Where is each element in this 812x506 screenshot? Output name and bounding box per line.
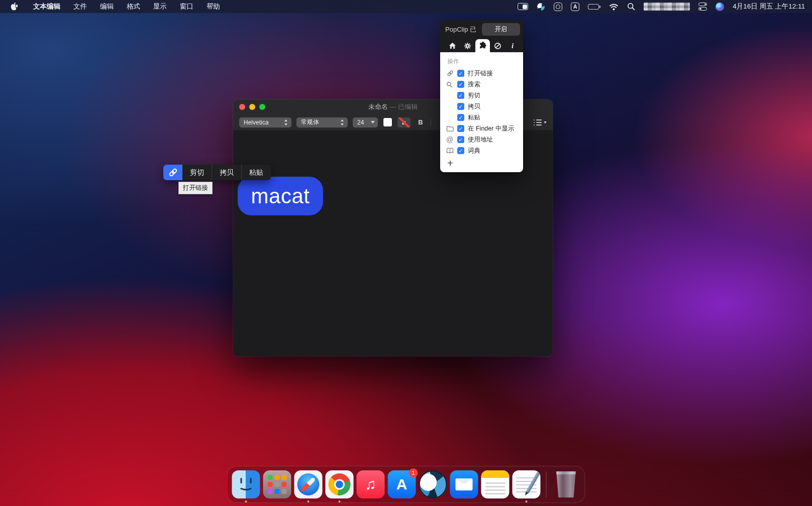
tab-about[interactable]: i — [505, 39, 520, 52]
extension-checkbox[interactable]: ✓ — [457, 136, 464, 143]
extension-row[interactable]: ✓拷贝 — [440, 101, 523, 112]
input-source-icon[interactable]: A — [571, 3, 579, 11]
font-style-select[interactable]: 常规体 — [296, 117, 348, 128]
list-style-button[interactable] — [534, 119, 547, 125]
tab-excluded-apps[interactable] — [490, 39, 505, 52]
toggles-icon[interactable] — [698, 3, 707, 11]
dock-mail[interactable] — [450, 470, 478, 498]
list-icon — [534, 119, 542, 125]
menu-item-2[interactable]: 格式 — [120, 2, 147, 11]
app-menu-title[interactable]: 文本编辑 — [27, 2, 67, 11]
dock-trash[interactable] — [552, 470, 580, 498]
apple-menu[interactable] — [0, 3, 27, 11]
safari-icon — [294, 470, 323, 498]
extension-row[interactable]: ✓打开链接 — [440, 68, 523, 79]
info-icon: i — [512, 42, 514, 50]
popover-tabs: i — [445, 39, 520, 52]
running-indicator — [308, 500, 310, 502]
extension-label: 打开链接 — [468, 69, 493, 78]
popclip-action-2[interactable]: 粘贴 — [241, 165, 271, 180]
popclip-action-1[interactable]: 拷贝 — [212, 165, 241, 180]
extension-checkbox[interactable]: ✓ — [457, 147, 464, 154]
desktop: 文本编辑 文件编辑格式显示窗口帮助 A — [0, 0, 812, 506]
finder-icon — [232, 470, 260, 498]
font-size-select[interactable]: 24 — [353, 117, 378, 128]
text-color-well[interactable] — [383, 117, 392, 127]
font-family-select[interactable]: Helvetica — [239, 117, 291, 128]
sync-ring — [556, 5, 560, 9]
menu-item-0[interactable]: 文件 — [67, 2, 93, 11]
battery-charging-icon[interactable] — [588, 4, 600, 10]
font-family-value: Helvetica — [244, 119, 281, 126]
dock-safari[interactable] — [294, 470, 323, 498]
add-extension-button[interactable]: + — [440, 156, 523, 168]
menu-item-1[interactable]: 编辑 — [93, 2, 120, 11]
tab-settings[interactable] — [460, 39, 475, 52]
extension-checkbox[interactable]: ✓ — [457, 70, 464, 77]
menu-item-4[interactable]: 窗口 — [173, 2, 200, 11]
section-title: 操作 — [440, 56, 523, 68]
menu-bar: 文本编辑 文件编辑格式显示窗口帮助 A — [0, 0, 812, 13]
wave-app-icon[interactable] — [537, 3, 545, 11]
menu-bar-status: A 4月16日 周五 上午12:11 — [518, 2, 812, 11]
extension-row[interactable]: @✓使用地址 — [440, 134, 523, 145]
toggle-bottom — [698, 7, 707, 11]
battery-nub — [599, 6, 600, 8]
dock-finder[interactable] — [232, 470, 260, 498]
search-icon[interactable] — [627, 3, 635, 11]
launchpad-icon — [263, 470, 291, 498]
background-color-button[interactable]: a — [397, 117, 411, 128]
dock-textedit[interactable] — [513, 470, 541, 498]
title-separator: — — [390, 103, 398, 110]
lightning-bolt-icon — [592, 4, 596, 10]
dock: ♫ A 1 — [227, 466, 585, 503]
dock-chrome[interactable] — [326, 470, 354, 498]
wifi-icon[interactable] — [609, 3, 619, 11]
textedit-icon — [513, 470, 541, 498]
running-indicator — [245, 500, 247, 502]
link-icon — [168, 168, 178, 177]
extension-label: 词典 — [468, 147, 480, 155]
extension-checkbox[interactable]: ✓ — [457, 81, 464, 88]
extension-row[interactable]: ✓搜索 — [440, 79, 523, 90]
extension-checkbox[interactable]: ✓ — [457, 125, 464, 132]
wave-app-dock-icon — [419, 470, 447, 498]
menu-bar-left: 文本编辑 文件编辑格式显示窗口帮助 — [0, 2, 227, 11]
sync-app-icon[interactable] — [554, 3, 562, 11]
extension-row[interactable]: ✓粘贴 — [440, 112, 523, 123]
bold-button[interactable]: B — [416, 118, 426, 126]
tab-extensions[interactable] — [475, 39, 490, 52]
user-name-redacted[interactable] — [644, 3, 690, 11]
dock-wave-app[interactable] — [419, 470, 447, 498]
book-icon — [446, 148, 457, 154]
notification-badge: 1 — [409, 468, 418, 477]
selected-text[interactable]: macat — [238, 177, 323, 215]
menu-item-5[interactable]: 帮助 — [200, 2, 227, 11]
menu-item-3[interactable]: 显示 — [147, 2, 173, 11]
tab-home[interactable] — [445, 39, 460, 52]
dock-launchpad[interactable] — [263, 470, 291, 498]
popover-body: 操作 ✓打开链接✓搜索✓剪切✓拷贝✓粘贴✓在 Finder 中显示@✓使用地址✓… — [440, 52, 523, 172]
extension-label: 拷贝 — [468, 102, 480, 111]
open-link-action[interactable] — [163, 165, 182, 180]
extension-checkbox[interactable]: ✓ — [457, 114, 464, 121]
siri-icon[interactable] — [716, 3, 724, 11]
chevron-down-icon — [544, 121, 547, 123]
menu-bar-clock[interactable]: 4月16日 周五 上午12:11 — [733, 2, 805, 11]
enable-button[interactable]: 开启 — [482, 23, 520, 36]
dock-app-store[interactable]: A 1 — [388, 470, 416, 498]
extension-row[interactable]: ✓在 Finder 中显示 — [440, 123, 523, 134]
extension-row[interactable]: ✓剪切 — [440, 90, 523, 101]
display-toggle-icon[interactable] — [518, 3, 528, 10]
folder-icon — [446, 125, 457, 132]
dock-music[interactable]: ♫ — [357, 470, 385, 498]
menu-items: 文件编辑格式显示窗口帮助 — [67, 2, 227, 11]
notes-icon — [481, 470, 510, 498]
extension-row[interactable]: ✓词典 — [440, 145, 523, 156]
dock-notes[interactable] — [481, 470, 510, 498]
extension-checkbox[interactable]: ✓ — [457, 92, 464, 99]
extension-checkbox[interactable]: ✓ — [457, 103, 464, 110]
popclip-action-0[interactable]: 剪切 — [182, 165, 212, 180]
document-name: 未命名 — [368, 103, 388, 110]
link-icon — [446, 70, 457, 77]
